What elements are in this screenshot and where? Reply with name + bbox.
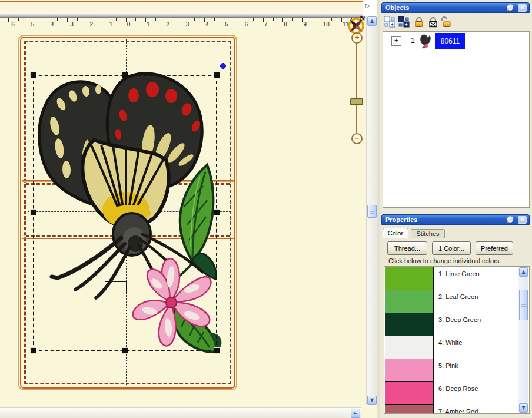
scroll-down-icon[interactable]: ▼ — [367, 396, 377, 405]
ruler-tick-label: 6 — [245, 21, 248, 28]
canvas-horizontal-scrollbar[interactable]: ► — [0, 407, 361, 418]
ruler-tick-label: -2 — [88, 21, 93, 28]
ruler-tick — [273, 18, 274, 21]
objects-list[interactable]: + 1 80611 — [383, 31, 530, 208]
ruler-tick-label: -5 — [29, 21, 34, 28]
panel-expander-icon[interactable]: ▷ — [365, 2, 374, 12]
zoom-slider-track[interactable] — [356, 44, 357, 133]
design-canvas[interactable]: -6-5-4-3-2-101234567891011 ▷ N + − ▲ ▼ ► — [0, 0, 377, 418]
vertical-scroll-thumb[interactable] — [367, 205, 377, 218]
color-label: 6: Deep Rose — [438, 385, 478, 392]
properties-panel-titlebar[interactable]: Properties ✕ — [381, 214, 530, 225]
color-label: 3: Deep Green — [438, 316, 481, 323]
color-row[interactable]: 5: Pink — [384, 359, 519, 381]
color-label: 2: Leaf Green — [438, 293, 478, 300]
zoom-in-icon[interactable]: + — [351, 32, 363, 44]
tab-color[interactable]: Color — [383, 228, 408, 238]
selection-handle-top-left[interactable] — [31, 72, 36, 78]
ruler-tick-label: 4 — [205, 21, 209, 28]
select-all-icon[interactable] — [384, 16, 395, 28]
lock-icon[interactable] — [413, 16, 425, 28]
ruler-tick — [253, 18, 254, 21]
selection-handle-bottom-left[interactable] — [31, 348, 36, 353]
color-list-rows: 1: Lime Green2: Leaf Green3: Deep Green4… — [384, 267, 529, 414]
scroll-right-icon[interactable]: ► — [351, 409, 360, 418]
ruler-tick — [185, 18, 185, 22]
close-icon[interactable]: ✕ — [518, 4, 527, 12]
zoom-slider-handle[interactable] — [350, 98, 363, 105]
ruler-tick-label: 7 — [264, 21, 268, 28]
ruler-tick — [312, 18, 312, 21]
color-list[interactable]: 1: Lime Green2: Leaf Green3: Deep Green4… — [384, 266, 530, 414]
selection-bounding-box[interactable] — [33, 75, 217, 351]
ruler-tick — [135, 18, 136, 21]
color-row[interactable]: 3: Deep Green — [384, 313, 519, 336]
ruler-tick — [194, 18, 195, 21]
preferred-button[interactable]: Preferred — [476, 241, 513, 255]
color-swatch[interactable] — [385, 290, 434, 313]
color-swatch[interactable] — [385, 359, 434, 382]
color-swatch[interactable] — [385, 404, 434, 414]
color-row[interactable]: 7: Amber Red — [384, 404, 519, 414]
objects-panel-titlebar[interactable]: Objects ✕ — [381, 2, 530, 13]
selection-handle-top-right[interactable] — [214, 72, 220, 78]
ruler-tick-label: -6 — [9, 21, 15, 28]
object-id-badge[interactable]: 80611 — [435, 33, 466, 49]
canvas-vertical-scrollbar[interactable]: ▲ ▼ — [366, 16, 377, 405]
ruler-tick — [234, 18, 234, 21]
selection-handle-bottom-center[interactable] — [122, 348, 128, 353]
ruler-tick — [57, 18, 58, 21]
scroll-up-icon[interactable]: ▲ — [367, 16, 377, 26]
one-color-button[interactable]: 1 Color... — [432, 241, 471, 255]
color-row[interactable]: 4: White — [384, 336, 519, 359]
color-list-scrollbar[interactable]: ▲ ▼ — [518, 267, 528, 413]
thread-button[interactable]: Thread... — [387, 241, 427, 255]
object-index-label: 1 — [411, 37, 415, 45]
compass-north-label: N — [360, 14, 365, 22]
color-row[interactable]: 2: Leaf Green — [384, 290, 519, 313]
ruler-tick — [145, 18, 146, 22]
butterfly-thumbnail-icon[interactable] — [417, 32, 434, 49]
selection-handle-mid-left[interactable] — [31, 210, 36, 215]
expand-node-icon[interactable]: + — [391, 36, 401, 46]
tab-stitches[interactable]: Stitches — [411, 229, 445, 238]
color-swatch[interactable] — [385, 336, 434, 359]
unlock-icon[interactable] — [440, 16, 452, 28]
ruler-tick-label: -3 — [68, 21, 74, 28]
ruler-tick — [28, 18, 28, 22]
ruler-tick — [175, 18, 175, 21]
select-group-icon[interactable] — [398, 16, 410, 28]
scroll-down-icon[interactable]: ▼ — [519, 403, 528, 413]
scroll-up-icon[interactable]: ▲ — [519, 267, 528, 277]
ruler-tick — [18, 18, 19, 21]
color-caption: Click below to change individual colors. — [388, 257, 501, 264]
selection-handle-mid-right[interactable] — [214, 210, 220, 215]
ruler-tick — [116, 18, 117, 21]
color-swatch[interactable] — [385, 267, 434, 290]
ruler-tick-label: 10 — [323, 21, 330, 28]
ruler-tick — [292, 18, 293, 21]
color-row[interactable]: 6: Deep Rose — [384, 381, 519, 404]
zoom-out-icon[interactable]: − — [351, 133, 363, 144]
color-scroll-thumb[interactable] — [519, 290, 528, 320]
color-swatch[interactable] — [385, 381, 434, 405]
ruler-tick — [8, 18, 9, 22]
selection-handle-bottom-right[interactable] — [214, 348, 220, 353]
ruler-tick — [67, 18, 68, 22]
ruler-tick-label: 3 — [186, 21, 189, 28]
ruler-tick — [38, 18, 38, 21]
ruler-tick-label: 0 — [127, 21, 131, 28]
ruler-tick — [263, 18, 264, 22]
magnifier-icon[interactable] — [506, 4, 515, 12]
color-swatch[interactable] — [385, 313, 434, 336]
selection-handle-top-center[interactable] — [122, 72, 128, 78]
ruler-tick — [126, 18, 127, 22]
lock-none-icon[interactable] — [427, 16, 439, 28]
close-icon[interactable]: ✕ — [518, 216, 527, 224]
ruler-tick — [97, 18, 97, 21]
rotation-handle[interactable] — [220, 63, 226, 69]
color-row[interactable]: 1: Lime Green — [384, 267, 519, 290]
magnifier-icon[interactable] — [506, 216, 515, 224]
ruler-tick — [331, 18, 332, 21]
tree-connector — [402, 41, 410, 41]
